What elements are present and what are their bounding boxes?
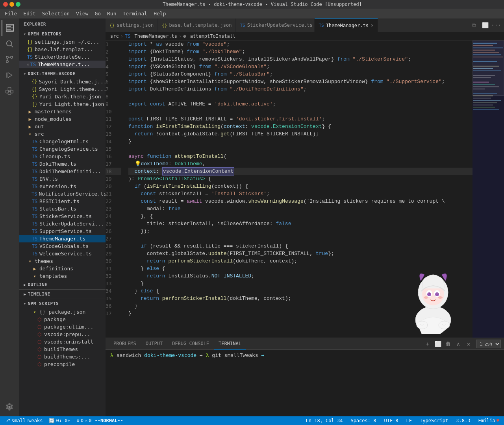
menu-file[interactable]: File [2, 9, 20, 18]
file-sticker-update[interactable]: TS StickerUpdateServi... [19, 220, 106, 227]
code-line-25[interactable]: title: stickerInstall, isCloseAffordance… [128, 220, 472, 227]
file-changelog-service[interactable]: TS ChangelogService.ts [19, 145, 106, 153]
code-line-23[interactable]: modal: true [128, 205, 472, 213]
folder-themes[interactable]: ▾ themes [19, 257, 106, 265]
menu-go[interactable]: Go [91, 9, 104, 18]
code-line-35[interactable]: return performStickerInstall(dokiTheme, … [128, 295, 472, 302]
folder-node-modules[interactable]: ▶ node_modules [19, 115, 106, 123]
code-line-4[interactable]: import {VSCodeGlobals} from "./VSCodeGlo… [128, 63, 472, 70]
file-vscode-globals[interactable]: TS VSCodeGlobals.ts [19, 242, 106, 250]
code-line-9[interactable]: export const ACTIVE_THEME = 'doki.theme.… [128, 100, 472, 108]
code-line-31[interactable]: } else { [128, 265, 472, 272]
explorer-header[interactable]: EXPLORER [19, 18, 106, 28]
code-line-8[interactable] [128, 93, 472, 100]
file-support-service[interactable]: TS SupportService.ts [19, 227, 106, 235]
code-line-14[interactable]: } [128, 138, 472, 145]
minimize-button[interactable]: − [9, 2, 14, 7]
file-changelog-html[interactable]: TS ChangelogHtml.ts [19, 138, 106, 145]
code-line-20[interactable]: if (isFirstTimeInstalling(context)) { [128, 183, 472, 190]
file-sticker-service[interactable]: TS StickerService.ts [19, 213, 106, 220]
folder-definitions[interactable]: ▶ definitions [19, 265, 106, 272]
open-editor-sticker[interactable]: TS StickerUpdateSe... [19, 53, 106, 61]
tab-output[interactable]: OUTPUT [141, 338, 167, 350]
menu-selection[interactable]: Selection [39, 9, 73, 18]
activity-run[interactable] [2, 67, 17, 83]
file-theme-manager[interactable]: TS ThemeManager.ts [19, 235, 106, 242]
folder-master-themes[interactable]: ▶ masterThemes [19, 108, 106, 115]
project-header[interactable]: ▾ DOKI-THEME-VSCODE [19, 68, 106, 78]
open-editor-theme-manager[interactable]: ✕ TS ThemeManager.t... [19, 61, 106, 68]
code-line-10[interactable] [128, 108, 472, 115]
shell-select[interactable]: 1: zsh [476, 340, 501, 348]
code-line-27[interactable] [128, 235, 472, 242]
code-line-15[interactable] [128, 145, 472, 153]
menu-run[interactable]: Run [104, 9, 119, 18]
file-rest-client[interactable]: TS RESTClient.ts [19, 198, 106, 205]
code-line-5[interactable]: import {StatusBarComponent} from "./Stat… [128, 70, 472, 78]
code-line-1[interactable]: import * as vscode from "vscode"; [128, 41, 472, 48]
npm-package-json[interactable]: ▾ {} package.json [19, 308, 106, 316]
npm-scripts-header[interactable]: ▾ NPM SCRIPTS [19, 299, 106, 308]
status-language[interactable]: TypeScript [418, 418, 450, 423]
menu-view[interactable]: View [73, 9, 91, 18]
code-line-3[interactable]: import {InstallStatus, removeStickers, i… [128, 55, 472, 63]
code-line-18[interactable]: context: vscode.ExtensionContext [128, 168, 472, 175]
maximize-panel-button[interactable]: ∧ [454, 340, 463, 348]
status-character[interactable]: Emilia ♥ [476, 418, 501, 423]
code-line-24[interactable]: }, { [128, 213, 472, 220]
tab-problems[interactable]: PROBLEMS [109, 338, 141, 350]
kill-terminal-button[interactable]: 🗑 [444, 340, 452, 348]
code-line-13[interactable]: return !context.globalState.get(FIRST_TI… [128, 130, 472, 138]
timeline-header[interactable]: ▶ TIMELINE [19, 290, 106, 299]
menu-help[interactable]: Help [150, 9, 169, 18]
code-line-26[interactable]: }); [128, 227, 472, 235]
file-cleanup[interactable]: TS Cleanup.ts [19, 153, 106, 160]
npm-script-package-ultim[interactable]: ⬡ package:ultim... [19, 323, 106, 331]
status-errors[interactable]: ⊗ 0 ⚠ 0 [75, 418, 93, 423]
code-line-32[interactable]: return InstallStatus.NOT_INSTALLED; [128, 272, 472, 280]
menu-edit[interactable]: Edit [20, 9, 39, 18]
tab-close-button[interactable]: ✕ [371, 23, 374, 28]
file-yuri-light[interactable]: {} Yuri Light.theme.json [19, 100, 106, 108]
tab-terminal[interactable]: TERMINAL [214, 338, 246, 350]
code-content[interactable]: import * as vscode from "vscode"; import… [125, 41, 472, 338]
breadcrumb-function[interactable]: ⚙ attemptToInstall [183, 33, 235, 39]
file-notification-service[interactable]: TS NotificationService.ts [19, 190, 106, 198]
open-editor-base-laf[interactable]: {} base.laf.templat... [19, 46, 106, 53]
open-editors-header[interactable]: ▾ OPEN EDITORS [19, 28, 106, 38]
code-line-29[interactable]: context.globalState.update(FIRST_TIME_ST… [128, 250, 472, 257]
file-extension[interactable]: TS extension.ts [19, 183, 106, 190]
open-editor-settings[interactable]: {} settings.json ~/.c... [19, 38, 106, 46]
npm-script-build-themes-2[interactable]: ⬡ buildThemes:... [19, 353, 106, 360]
breadcrumb-file[interactable]: TS ThemeManager.ts [125, 33, 177, 39]
activity-extensions[interactable] [2, 83, 17, 99]
code-line-28[interactable]: if (result && result.title === stickerIn… [128, 242, 472, 250]
status-position[interactable]: Ln 18, Col 34 [304, 418, 345, 423]
terminal-content[interactable]: λ sandwich doki-theme-vscode → λ git sma… [106, 350, 504, 416]
status-line-ending[interactable]: LF [405, 418, 413, 423]
npm-script-package[interactable]: ⬡ package [19, 316, 106, 323]
code-line-19[interactable]: ): Promise<InstallStatus> { [128, 175, 472, 183]
file-doki-theme[interactable]: TS DokiTheme.ts [19, 160, 106, 168]
shell-selector[interactable]: 1: zsh [476, 340, 501, 348]
outline-header[interactable]: ▶ OUTLINE [19, 280, 106, 289]
activity-search[interactable] [2, 36, 17, 52]
status-version[interactable]: 3.8.3 [454, 418, 472, 423]
activity-source-control[interactable] [2, 52, 17, 67]
code-line-17[interactable]: 💡dokiTheme: DokiTheme, [128, 160, 472, 168]
code-line-6[interactable]: import {showStickerInstallationSupportWi… [128, 78, 472, 85]
file-welcome-service[interactable]: TS WelcomeService.ts [19, 250, 106, 257]
file-status-bar[interactable]: TS StatusBar.ts [19, 205, 106, 213]
split-editor-button[interactable]: ⧉ [469, 20, 479, 30]
code-line-21[interactable]: const stickerInstall = 'Install Stickers… [128, 190, 472, 198]
file-doki-theme-def[interactable]: TS DokiThemeDefiniti... [19, 168, 106, 175]
status-sync[interactable]: 🔄 0↓ 0↑ [47, 418, 72, 423]
folder-out[interactable]: ▶ out [19, 123, 106, 130]
code-line-7[interactable]: import DokiThemeDefinitions from "./Doki… [128, 85, 472, 93]
file-yuri-dark[interactable]: {} Yuri Dark.theme.json [19, 93, 106, 100]
tab-debug-console[interactable]: DEBUG CONSOLE [167, 338, 214, 350]
status-spaces[interactable]: Spaces: 8 [349, 418, 378, 423]
folder-templates[interactable]: ▾ templates [19, 272, 106, 280]
new-terminal-button[interactable]: + [423, 340, 432, 348]
close-panel-button[interactable]: ✕ [464, 340, 473, 348]
